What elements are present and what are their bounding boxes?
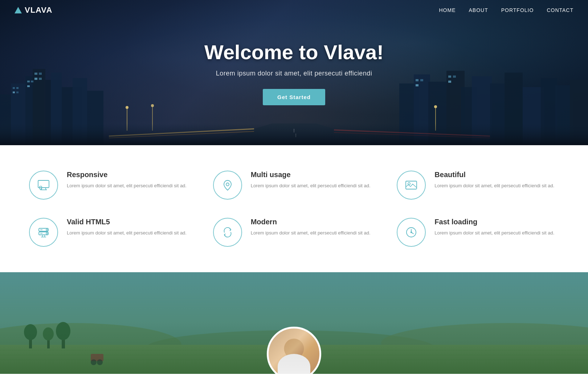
svg-point-62 [46, 229, 48, 230]
nav-home[interactable]: HOME [439, 7, 456, 13]
server-icon [37, 225, 50, 239]
hero-subtitle: Lorem ipsum dolor sit amet, elit persecu… [204, 70, 384, 77]
svg-point-43 [434, 105, 437, 108]
beautiful-desc: Lorem ipsum dolor sit amet, elit persecu… [434, 182, 554, 190]
svg-rect-36 [453, 75, 456, 78]
svg-rect-16 [39, 78, 42, 80]
refresh-icon [221, 225, 234, 239]
svg-point-72 [411, 232, 412, 233]
html5-text: Valid HTML5 Lorem ipsum dolor sit amet, … [67, 218, 187, 237]
svg-point-41 [151, 104, 154, 107]
hero-title: Welcome to Vlava! [204, 40, 384, 64]
html5-icon-wrap [29, 218, 58, 247]
feature-modern: Modern Lorem ipsum dolor sit amet, elit … [213, 218, 375, 247]
feature-responsive: Responsive Lorem ipsum dolor sit amet, e… [29, 171, 191, 200]
nav-about[interactable]: ABOUT [469, 7, 488, 13]
svg-rect-10 [27, 81, 30, 82]
html5-desc: Lorem ipsum dolor sit amet, elit persecu… [67, 229, 187, 237]
beautiful-text: Beautiful Lorem ipsum dolor sit amet, el… [434, 171, 554, 190]
svg-point-57 [226, 183, 229, 186]
svg-rect-58 [406, 181, 417, 189]
svg-point-63 [46, 233, 48, 234]
fast-loading-icon-wrap [397, 218, 426, 247]
fast-loading-title: Fast loading [434, 218, 554, 226]
feature-html5: Valid HTML5 Lorem ipsum dolor sit amet, … [29, 218, 191, 247]
beautiful-title: Beautiful [434, 171, 554, 179]
svg-rect-14 [39, 73, 42, 75]
clock-icon [404, 225, 418, 239]
svg-rect-32 [416, 79, 418, 81]
svg-rect-8 [13, 91, 15, 93]
features-section: Responsive Lorem ipsum dolor sit amet, e… [0, 145, 588, 272]
modern-title: Modern [251, 218, 371, 226]
svg-rect-15 [34, 78, 37, 80]
modern-text: Modern Lorem ipsum dolor sit amet, elit … [251, 218, 371, 237]
features-grid: Responsive Lorem ipsum dolor sit amet, e… [29, 171, 559, 247]
svg-rect-9 [16, 91, 19, 93]
hero-content: Welcome to Vlava! Lorem ipsum dolor sit … [204, 40, 384, 105]
nav-links: HOME ABOUT PORTFOLIO CONTACT [439, 7, 573, 13]
fast-loading-text: Fast loading Lorem ipsum dolor sit amet,… [434, 218, 554, 237]
responsive-title: Responsive [67, 171, 187, 179]
avatar-body [278, 354, 310, 374]
svg-point-39 [126, 106, 128, 109]
multi-usage-desc: Lorem ipsum dolor sit amet, elit persecu… [251, 182, 371, 190]
logo-triangle-icon [15, 7, 22, 13]
feature-multi-usage: Multi usage Lorem ipsum dolor sit amet, … [213, 171, 375, 200]
svg-rect-60 [39, 228, 48, 231]
modern-desc: Lorem ipsum dolor sit amet, elit persecu… [251, 229, 371, 237]
responsive-icon-wrap [29, 171, 58, 200]
svg-line-54 [45, 188, 46, 190]
about-content [0, 272, 588, 374]
multi-usage-title: Multi usage [251, 171, 371, 179]
hero-section: Welcome to Vlava! Lorem ipsum dolor sit … [0, 0, 588, 145]
nav-contact[interactable]: CONTACT [547, 7, 573, 13]
pin-icon [221, 178, 234, 192]
logo[interactable]: VLAVA [15, 5, 52, 15]
feature-beautiful: Beautiful Lorem ipsum dolor sit amet, el… [397, 171, 559, 200]
avatar [267, 327, 321, 374]
beautiful-icon-wrap [397, 171, 426, 200]
logo-text: VLAVA [25, 5, 52, 15]
svg-rect-12 [27, 85, 30, 87]
about-section [0, 272, 588, 374]
svg-rect-35 [448, 75, 451, 78]
html5-title: Valid HTML5 [67, 218, 187, 226]
modern-icon-wrap [213, 218, 242, 247]
multi-usage-text: Multi usage Lorem ipsum dolor sit amet, … [251, 171, 371, 190]
svg-rect-11 [31, 81, 33, 82]
fast-loading-desc: Lorem ipsum dolor sit amet, elit persecu… [434, 229, 554, 237]
svg-rect-34 [416, 84, 418, 86]
svg-rect-33 [420, 79, 423, 81]
feature-fast-loading: Fast loading Lorem ipsum dolor sit amet,… [397, 218, 559, 247]
svg-rect-7 [16, 87, 19, 89]
navbar: VLAVA HOME ABOUT PORTFOLIO CONTACT [0, 0, 588, 20]
nav-portfolio[interactable]: PORTFOLIO [501, 7, 534, 13]
get-started-button[interactable]: Get Started [263, 89, 325, 105]
monitor-icon [37, 178, 50, 192]
svg-rect-61 [39, 232, 48, 235]
responsive-desc: Lorem ipsum dolor sit amet, elit persecu… [67, 182, 187, 190]
responsive-text: Responsive Lorem ipsum dolor sit amet, e… [67, 171, 187, 190]
image-icon [404, 178, 418, 192]
svg-rect-37 [448, 81, 451, 83]
svg-rect-51 [0, 123, 588, 145]
svg-rect-13 [34, 73, 37, 75]
svg-rect-6 [13, 87, 15, 89]
multi-usage-icon-wrap [213, 171, 242, 200]
